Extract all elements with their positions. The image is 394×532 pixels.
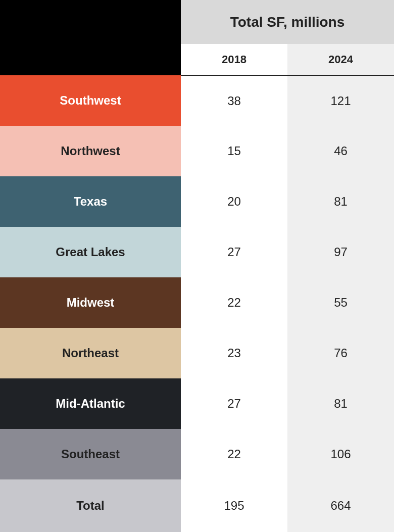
value-2024-southeast: 106 <box>287 429 394 479</box>
value-2018-total: 195 <box>181 479 287 532</box>
value-2018-northeast: 23 <box>181 328 287 378</box>
value-2018-midatlantic: 27 <box>181 378 287 429</box>
table-row: Mid-Atlantic2781 <box>0 378 394 429</box>
year-2018-header: 2018 <box>181 44 287 75</box>
table-row: Southwest38121 <box>0 75 394 126</box>
region-label-midwest: Midwest <box>0 277 181 328</box>
table-row: Texas2081 <box>0 176 394 227</box>
table-row: Great Lakes2797 <box>0 227 394 277</box>
value-2024-midatlantic: 81 <box>287 378 394 429</box>
table-row: Southeast22106 <box>0 429 394 479</box>
value-2024-total: 664 <box>287 479 394 532</box>
value-2024-southwest: 121 <box>287 75 394 126</box>
table-row: Northeast2376 <box>0 328 394 378</box>
table-row: Total195664 <box>0 479 394 532</box>
region-label-total: Total <box>0 479 181 532</box>
region-label-southeast: Southeast <box>0 429 181 479</box>
region-label-southwest: Southwest <box>0 75 181 126</box>
region-label-midatlantic: Mid-Atlantic <box>0 378 181 429</box>
region-label-greatlakes: Great Lakes <box>0 227 181 277</box>
value-2018-texas: 20 <box>181 176 287 227</box>
region-label-northeast: Northeast <box>0 328 181 378</box>
year-blank <box>0 44 181 75</box>
value-2018-greatlakes: 27 <box>181 227 287 277</box>
value-2024-midwest: 55 <box>287 277 394 328</box>
header-group-row: Total SF, millions <box>0 0 394 44</box>
sf-table: Total SF, millions 2018 2024 Southwest38… <box>0 0 394 532</box>
header-year-row: 2018 2024 <box>0 44 394 75</box>
header-group-label: Total SF, millions <box>181 0 394 44</box>
value-2018-southeast: 22 <box>181 429 287 479</box>
value-2024-northwest: 46 <box>287 126 394 176</box>
value-2018-midwest: 22 <box>181 277 287 328</box>
value-2024-texas: 81 <box>287 176 394 227</box>
value-2024-greatlakes: 97 <box>287 227 394 277</box>
value-2024-northeast: 76 <box>287 328 394 378</box>
year-2024-header: 2024 <box>287 44 394 75</box>
value-2018-northwest: 15 <box>181 126 287 176</box>
table-row: Midwest2255 <box>0 277 394 328</box>
corner-blank <box>0 0 181 44</box>
table-body: Southwest38121Northwest1546Texas2081Grea… <box>0 75 394 532</box>
region-label-northwest: Northwest <box>0 126 181 176</box>
value-2018-southwest: 38 <box>181 75 287 126</box>
region-label-texas: Texas <box>0 176 181 227</box>
table-row: Northwest1546 <box>0 126 394 176</box>
